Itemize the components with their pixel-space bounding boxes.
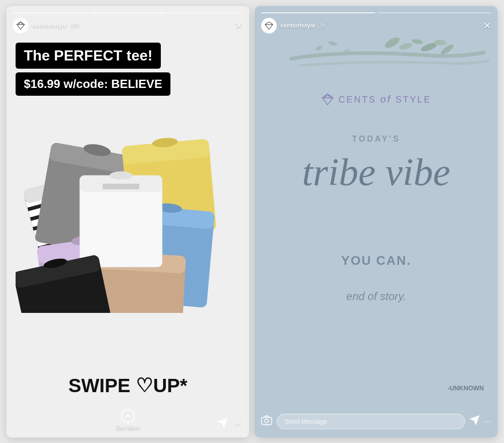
camera-icon[interactable] [261, 415, 272, 428]
end-of-story-text: end of story. [255, 290, 498, 303]
progress-bar-1 [13, 12, 88, 13]
tribe-vibe-text: tribe vibe [255, 153, 498, 191]
svg-point-42 [411, 38, 423, 44]
send-message-input[interactable] [277, 414, 465, 429]
story1-close-button[interactable]: ✕ [235, 20, 243, 31]
svg-rect-53 [262, 417, 272, 425]
story1-more-button[interactable]: ··· [234, 419, 241, 429]
story2-progress [261, 12, 491, 13]
progress-bar-3 [167, 12, 243, 13]
svg-marker-38 [265, 22, 273, 29]
story1-time: 16h [71, 22, 80, 29]
svg-point-31 [110, 171, 132, 180]
svg-point-46 [315, 45, 323, 51]
logo-of: of [380, 93, 391, 105]
cents-of-style-logo: CENTS of STYLE [255, 93, 498, 106]
headline-box: The PERFECT tee! [16, 43, 161, 69]
chevron-up-icon [121, 409, 135, 423]
story2-header: centsofstyle 2h ✕ [255, 6, 498, 37]
story1-progress [13, 12, 243, 13]
svg-rect-32 [103, 184, 139, 189]
svg-point-47 [328, 40, 337, 46]
svg-point-40 [383, 35, 401, 50]
svg-marker-49 [322, 94, 333, 104]
todays-label: TODAY'S [255, 134, 498, 144]
brushstroke-decoration [255, 33, 498, 79]
story-card-2: centsofstyle 2h ✕ [255, 6, 498, 438]
svg-marker-0 [17, 22, 25, 29]
story1-avatar[interactable] [13, 18, 28, 33]
logo-style: STYLE [395, 94, 431, 104]
logo-cents: CENTS [339, 94, 377, 104]
svg-point-54 [265, 419, 268, 423]
swipe-up-label: SWIPE ♡UP* [68, 376, 187, 396]
story1-user-row: centsofstyle 16h ✕ [13, 18, 243, 33]
story2-progress-bar-2 [377, 12, 491, 13]
story2-user-row: centsofstyle 2h ✕ [261, 18, 491, 33]
you-can-text: YOU CAN. [255, 253, 498, 268]
story1-footer: See More ··· [6, 412, 249, 438]
story2-more-button[interactable]: ··· [484, 416, 491, 426]
story2-avatar[interactable] [261, 18, 277, 33]
story1-background: centsofstyle 16h ✕ The PERFECT tee! $16.… [6, 6, 249, 438]
story-card-1: centsofstyle 16h ✕ The PERFECT tee! $16.… [6, 6, 249, 438]
svg-marker-37 [219, 418, 227, 427]
unknown-attribution: -UNKNOWN [448, 384, 484, 392]
story1-header: centsofstyle 16h ✕ [6, 6, 249, 37]
tshirt-pile [16, 116, 240, 313]
story1-send-button[interactable] [218, 418, 228, 430]
story2-footer: ··· [255, 408, 498, 438]
story2-send-button[interactable] [470, 415, 480, 427]
story2-username[interactable]: centsofstyle [280, 22, 315, 29]
svg-marker-56 [471, 416, 479, 424]
see-more-button[interactable]: See More [116, 409, 140, 431]
story2-progress-bar-1 [261, 12, 375, 13]
story1-username[interactable]: centsofstyle [32, 22, 67, 29]
svg-point-41 [399, 42, 413, 50]
story2-background: centsofstyle 2h ✕ [255, 6, 498, 438]
story2-time: 2h [319, 22, 325, 29]
progress-bar-2 [90, 12, 166, 13]
story2-close-button[interactable]: ✕ [483, 20, 491, 31]
story1-text-overlay: The PERFECT tee! $16.99 w/code: BELIEVE [16, 43, 240, 96]
price-box: $16.99 w/code: BELIEVE [16, 72, 170, 96]
